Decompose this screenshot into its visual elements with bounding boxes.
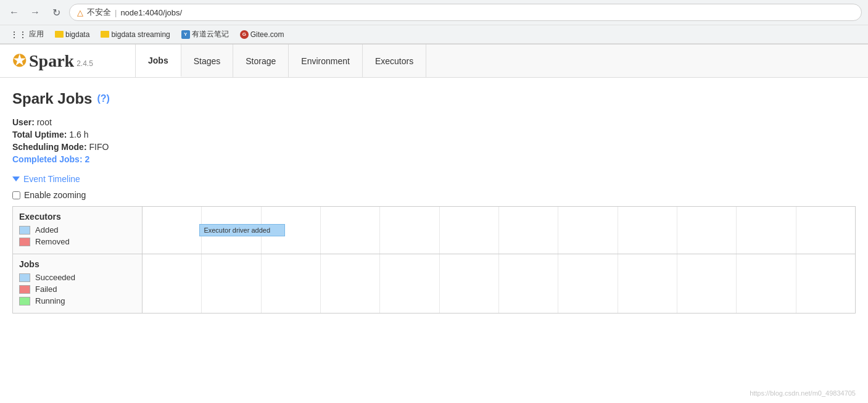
forward-button[interactable]: → <box>27 4 43 20</box>
legend-color-failed <box>19 285 30 294</box>
bookmark-apps-label: 应用 <box>29 29 44 39</box>
scheduling-row: Scheduling Mode: FIFO <box>12 142 856 152</box>
legend-added: Added <box>19 225 136 235</box>
tab-executors[interactable]: Executors <box>363 44 426 77</box>
spark-logo-area: ✪ Spark 2.4.5 <box>0 44 136 77</box>
page-title-text: Spark Jobs <box>12 90 92 107</box>
grid-cell <box>143 207 202 254</box>
spark-app: ✪ Spark 2.4.5 Jobs Stages Storage Enviro… <box>0 44 868 396</box>
grid-cell <box>558 207 618 254</box>
legend-running-label: Running <box>35 296 65 305</box>
legend-color-removed <box>19 238 30 246</box>
legend-color-running <box>19 297 30 305</box>
grid-cell <box>380 207 439 254</box>
back-button[interactable]: ← <box>6 4 22 20</box>
watermark-text: https://blog.csdn.net/m0_49834705 <box>750 389 856 396</box>
browser-toolbar: ← → ↻ △ 不安全 | node1:4040/jobs/ <box>0 0 868 25</box>
bookmark-bigdata[interactable]: bigdata <box>51 29 93 40</box>
uptime-label: Total Uptime: <box>12 130 67 139</box>
bookmark-youdao[interactable]: Y 有道云笔记 <box>178 28 233 41</box>
grid-cell <box>499 254 558 313</box>
page-content: Spark Jobs (?) User: root Total Uptime: … <box>0 78 868 326</box>
apps-icon: ⋮⋮ <box>10 30 27 39</box>
legend-failed-label: Failed <box>35 285 57 294</box>
grid-cell <box>618 207 677 254</box>
spark-version: 2.4.5 <box>76 59 93 68</box>
bookmark-youdao-label: 有道云笔记 <box>192 29 229 39</box>
zoom-checkbox[interactable] <box>12 191 20 199</box>
legend-succeeded: Succeeded <box>19 273 136 282</box>
grid-cell <box>558 254 618 313</box>
address-bar[interactable]: △ 不安全 | node1:4040/jobs/ <box>69 4 862 21</box>
uptime-row: Total Uptime: 1.6 h <box>12 130 856 139</box>
security-label: 不安全 <box>87 7 111 18</box>
bookmark-gitee[interactable]: G Gitee.com <box>236 29 288 40</box>
legend-running: Running <box>19 296 136 305</box>
zoom-label[interactable]: Enable zooming <box>24 190 86 200</box>
event-timeline-label: Event Timeline <box>23 174 80 184</box>
spark-star-icon: ✪ <box>12 51 27 71</box>
timeline-label-executors: Executors Added Removed <box>13 207 143 254</box>
info-section: User: root Total Uptime: 1.6 h Schedulin… <box>12 117 856 164</box>
bookmarks-bar: ⋮⋮ 应用 bigdata bigdata streaming Y 有道云笔记 … <box>0 25 868 44</box>
triangle-down-icon <box>12 177 20 181</box>
completed-jobs-label: Completed Jobs: <box>12 154 83 164</box>
watermark: https://blog.csdn.net/m0_49834705 <box>750 389 856 396</box>
timeline-label-jobs: Jobs Succeeded Failed Running <box>13 254 143 313</box>
grid-lines-jobs <box>143 254 855 313</box>
spark-nav: ✪ Spark 2.4.5 Jobs Stages Storage Enviro… <box>0 44 868 78</box>
bookmark-streaming-label: bigdata streaming <box>111 30 170 39</box>
tab-environment[interactable]: Environment <box>289 44 363 77</box>
grid-cell <box>262 254 321 313</box>
reload-button[interactable]: ↻ <box>48 4 64 20</box>
grid-cell <box>796 207 855 254</box>
timeline-container: Executors Added Removed <box>12 206 856 314</box>
url-text: node1:4040/jobs/ <box>120 8 182 17</box>
user-label: User: <box>12 117 35 127</box>
scheduling-value: FIFO <box>89 142 109 152</box>
gitee-icon: G <box>240 30 249 39</box>
jobs-section-title: Jobs <box>19 259 136 269</box>
completed-jobs-link[interactable]: Completed Jobs: 2 <box>12 154 89 164</box>
legend-color-succeeded <box>19 273 30 282</box>
grid-cell <box>321 207 380 254</box>
timeline-row-executors: Executors Added Removed <box>13 207 855 254</box>
tab-storage[interactable]: Storage <box>233 44 289 77</box>
grid-cell <box>499 207 558 254</box>
completed-jobs-value: 2 <box>85 154 89 164</box>
grid-cell <box>380 254 439 313</box>
grid-cell <box>737 207 796 254</box>
bookmark-gitee-label: Gitee.com <box>250 30 284 39</box>
grid-cell <box>796 254 855 313</box>
tab-jobs[interactable]: Jobs <box>136 44 181 77</box>
page-title: Spark Jobs (?) <box>12 90 856 107</box>
legend-removed-label: Removed <box>35 237 70 246</box>
tab-stages[interactable]: Stages <box>181 44 234 77</box>
youdao-icon: Y <box>181 30 190 39</box>
nav-tabs: Jobs Stages Storage Environment Executor… <box>136 44 426 77</box>
legend-failed: Failed <box>19 285 136 294</box>
bookmark-apps[interactable]: ⋮⋮ 应用 <box>6 28 48 41</box>
legend-succeeded-label: Succeeded <box>35 273 75 282</box>
user-row: User: root <box>12 117 856 127</box>
separator: | <box>115 8 117 17</box>
event-timeline-toggle[interactable]: Event Timeline <box>12 174 856 184</box>
browser-chrome: ← → ↻ △ 不安全 | node1:4040/jobs/ ⋮⋮ 应用 big… <box>0 0 868 44</box>
grid-cell <box>440 254 499 313</box>
folder-icon-streaming <box>101 31 109 38</box>
uptime-value: 1.6 h <box>69 130 88 139</box>
timeline-chart-executors: Executor driver added <box>143 207 855 254</box>
bookmark-bigdata-label: bigdata <box>65 30 89 39</box>
bookmark-bigdata-streaming[interactable]: bigdata streaming <box>97 29 173 40</box>
grid-cell <box>677 207 737 254</box>
grid-cell <box>440 207 499 254</box>
warning-icon: △ <box>77 8 83 17</box>
event-driver-added[interactable]: Executor driver added <box>199 224 285 236</box>
completed-jobs-row: Completed Jobs: 2 <box>12 154 856 164</box>
help-link[interactable]: (?) <box>97 93 109 104</box>
grid-cell <box>143 254 202 313</box>
folder-icon-bigdata <box>55 31 64 38</box>
legend-color-added <box>19 226 30 235</box>
grid-cell <box>321 254 380 313</box>
grid-cell <box>618 254 677 313</box>
